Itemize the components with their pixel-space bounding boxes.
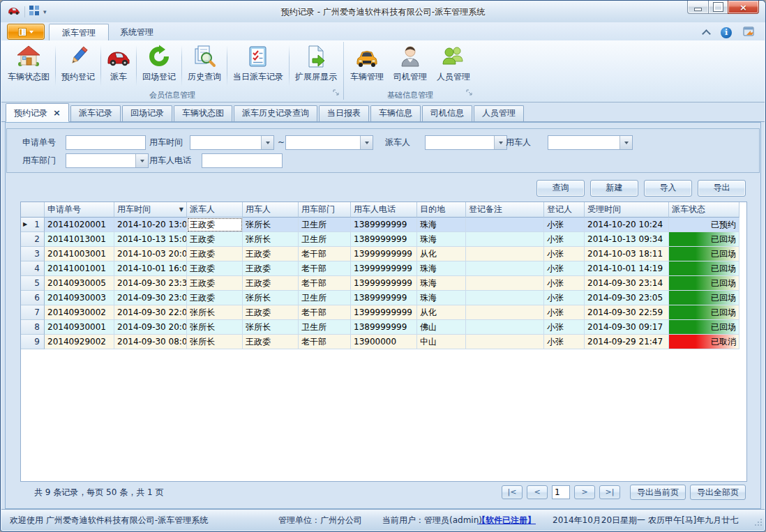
cell-dispatcher[interactable]: 王政委	[187, 232, 243, 247]
table-row[interactable]: 6201409300032014-09-30 23:00王政委张所长卫生所138…	[21, 291, 746, 305]
column-header-use_time[interactable]: 用车时间▼	[114, 202, 187, 218]
cell-user[interactable]: 张所长	[243, 232, 299, 247]
table-row[interactable]: 3201410030012014-10-03 20:00王政委王政委老干部139…	[21, 247, 746, 261]
table-row[interactable]: 9201409290022014-09-30 08:00张所长王政委老干部139…	[21, 335, 746, 349]
cell-order_no[interactable]: 20140929002	[45, 335, 114, 349]
export-button[interactable]: 导出	[698, 180, 746, 197]
cell-user[interactable]: 王政委	[243, 261, 299, 276]
cell-registrar[interactable]: 小张	[544, 291, 585, 305]
doc-tab-driver-info[interactable]: 司机信息	[422, 105, 472, 121]
close-button[interactable]: ×	[728, 1, 759, 14]
cell-status[interactable]: 已回场	[669, 261, 739, 276]
cell-use_time[interactable]: 2014-09-30 20:00	[114, 320, 187, 335]
cell-registrar[interactable]: 小张	[544, 261, 585, 276]
row-selector-cell[interactable]: 8	[21, 320, 45, 335]
cell-phone[interactable]: 1389999999	[351, 291, 417, 305]
cell-dispatcher[interactable]: 王政委	[187, 291, 243, 305]
column-header-dest[interactable]: 目的地	[417, 202, 466, 218]
doc-tab-dispatch-history-query[interactable]: 派车历史记录查询	[234, 105, 317, 121]
ribbon-tab-dispatch-mgmt[interactable]: 派车管理	[49, 24, 109, 41]
cell-accept_time[interactable]: 2014-10-20 10:24	[585, 218, 669, 232]
cell-remark[interactable]	[466, 335, 544, 349]
cell-status[interactable]: 已回场	[669, 291, 739, 305]
cell-dispatcher[interactable]: 王政委	[187, 276, 243, 291]
sort-filter-arrow-icon[interactable]: ▼	[179, 202, 183, 217]
column-header-dispatcher[interactable]: 派车人	[187, 202, 243, 218]
ribbon-button-vehicle-mgmt[interactable]: 车辆管理	[345, 42, 389, 90]
cell-dest[interactable]: 佛山	[417, 320, 466, 335]
cell-registrar[interactable]: 小张	[544, 218, 585, 232]
cell-accept_time[interactable]: 2014-10-13 09:34	[585, 232, 669, 247]
cell-remark[interactable]	[466, 232, 544, 247]
cell-dispatcher[interactable]: 王政委	[187, 261, 243, 276]
doc-tab-return-records[interactable]: 回场记录	[122, 105, 172, 121]
quick-access-layout-icon[interactable]	[29, 6, 39, 17]
cell-dept[interactable]: 卫生所	[299, 232, 351, 247]
cell-dest[interactable]: 珠海	[417, 291, 466, 305]
table-row[interactable]: 4201410010012014-10-01 16:00王政委王政委老干部139…	[21, 261, 746, 276]
dialog-launcher-icon[interactable]	[333, 89, 340, 99]
cell-accept_time[interactable]: 2014-09-30 23:05	[585, 291, 669, 305]
column-header-status[interactable]: 派车状态	[669, 202, 739, 218]
order-no-input[interactable]	[66, 135, 146, 150]
cell-user[interactable]: 王政委	[243, 305, 299, 320]
user-combo[interactable]	[548, 135, 633, 150]
dropdown-arrow-icon[interactable]	[135, 154, 148, 167]
ribbon-button-return-register[interactable]: 回场登记	[137, 42, 181, 90]
info-icon[interactable]: i	[721, 27, 732, 38]
cell-status[interactable]: 已回场	[669, 247, 739, 261]
ribbon-button-driver-mgmt[interactable]: 司机管理	[389, 42, 432, 90]
cell-registrar[interactable]: 小张	[544, 320, 585, 335]
new-button[interactable]: 新建	[590, 180, 638, 197]
cell-remark[interactable]	[466, 305, 544, 320]
cell-user[interactable]: 张所长	[243, 291, 299, 305]
doc-tab-daily-report[interactable]: 当日报表	[319, 105, 369, 121]
table-row[interactable]: 7201409300022014-09-30 22:00张所长王政委老干部139…	[21, 305, 746, 320]
cell-dept[interactable]: 老干部	[299, 261, 351, 276]
cell-use_time[interactable]: 2014-10-20 13:00	[114, 218, 187, 232]
cell-user[interactable]: 王政委	[243, 276, 299, 291]
cell-registrar[interactable]: 小张	[544, 232, 585, 247]
cell-accept_time[interactable]: 2014-09-30 23:14	[585, 276, 669, 291]
cell-accept_time[interactable]: 2014-09-29 21:47	[585, 335, 669, 349]
row-selector-cell[interactable]: 1▶	[21, 218, 45, 232]
column-header-accept_time[interactable]: 受理时间	[585, 202, 669, 218]
ribbon-button-dispatch[interactable]: 派车	[102, 42, 135, 90]
row-selector-cell[interactable]: 9	[21, 335, 45, 349]
cell-registrar[interactable]: 小张	[544, 247, 585, 261]
cell-use_time[interactable]: 2014-09-30 22:00	[114, 305, 187, 320]
table-row[interactable]: 8201409300012014-09-30 20:00张所长张所长卫生所138…	[21, 320, 746, 335]
cell-dispatcher[interactable]: 王政委	[187, 247, 243, 261]
cell-accept_time[interactable]: 2014-10-01 14:19	[585, 261, 669, 276]
cell-status[interactable]: 已回场	[669, 305, 739, 320]
cell-remark[interactable]	[466, 261, 544, 276]
cell-dept[interactable]: 老干部	[299, 335, 351, 349]
cell-phone[interactable]: 1389999999	[351, 232, 417, 247]
cell-order_no[interactable]: 20141003001	[45, 247, 114, 261]
dropdown-arrow-icon[interactable]	[261, 136, 273, 149]
cell-dest[interactable]: 珠海	[417, 218, 466, 232]
app-menu-button[interactable]	[7, 24, 45, 40]
records-grid[interactable]: 申请单号用车时间▼派车人用车人用车部门用车人电话目的地登记备注登记人受理时间派车…	[20, 202, 747, 482]
row-selector-cell[interactable]: 3	[21, 247, 45, 261]
dialog-launcher-icon[interactable]	[466, 89, 473, 99]
cell-dispatcher[interactable]: 张所长	[187, 305, 243, 320]
cell-order_no[interactable]: 20141013001	[45, 232, 114, 247]
dropdown-arrow-icon[interactable]	[619, 136, 632, 149]
doc-tab-dispatch-records[interactable]: 派车记录	[70, 105, 121, 121]
cell-dispatcher[interactable]: 张所长	[187, 335, 243, 349]
table-row[interactable]: 2201410130012014-10-13 15:00王政委张所长卫生所138…	[21, 232, 746, 247]
cell-order_no[interactable]: 20141020001	[45, 218, 114, 232]
cell-order_no[interactable]: 20141001001	[45, 261, 114, 276]
ribbon-button-extended-screen[interactable]: 扩展屏显示	[290, 42, 342, 90]
license-registered-link[interactable]: 【软件已注册】	[477, 515, 536, 526]
cell-dept[interactable]: 老干部	[299, 247, 351, 261]
cell-dept[interactable]: 卫生所	[299, 291, 351, 305]
row-selector-cell[interactable]: 2	[21, 232, 45, 247]
ribbon-button-personnel-mgmt[interactable]: 人员管理	[432, 42, 475, 90]
query-button[interactable]: 查询	[536, 180, 585, 197]
dispatcher-combo[interactable]	[425, 135, 507, 150]
dropdown-arrow-icon[interactable]	[494, 136, 506, 149]
cell-phone[interactable]: 1389999999	[351, 320, 417, 335]
use-time-from-combo[interactable]	[190, 135, 274, 150]
